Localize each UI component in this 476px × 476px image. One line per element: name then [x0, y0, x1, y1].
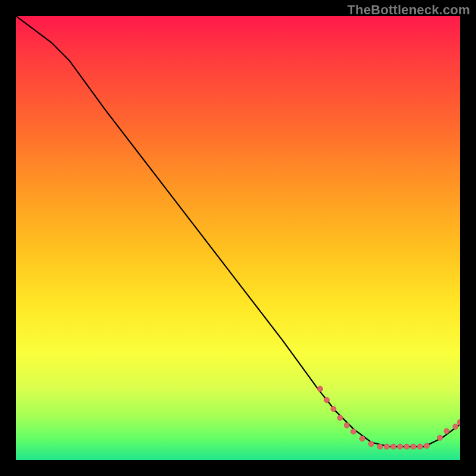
data-marker	[391, 444, 396, 449]
data-marker	[384, 444, 389, 449]
data-marker	[453, 424, 458, 430]
watermark-text: TheBottleneck.com	[347, 2, 470, 18]
data-marker	[404, 444, 409, 449]
data-marker	[458, 419, 461, 425]
plot-svg	[16, 16, 460, 460]
data-marker	[368, 441, 374, 447]
data-marker	[444, 428, 449, 434]
data-marker	[397, 444, 403, 449]
data-marker	[337, 415, 343, 421]
data-marker	[411, 444, 416, 449]
data-marker	[417, 444, 422, 449]
data-marker	[318, 386, 323, 392]
data-marker	[344, 422, 349, 428]
data-marker	[424, 443, 430, 449]
data-marker	[377, 444, 383, 449]
marker-layer	[318, 386, 461, 449]
data-marker	[324, 397, 330, 403]
plot-area	[16, 16, 460, 460]
bottleneck-curve	[16, 16, 460, 447]
data-marker	[351, 429, 356, 434]
data-marker	[331, 406, 336, 412]
data-marker	[359, 436, 365, 441]
data-marker	[437, 435, 443, 440]
chart-stage: TheBottleneck.com	[0, 0, 476, 476]
